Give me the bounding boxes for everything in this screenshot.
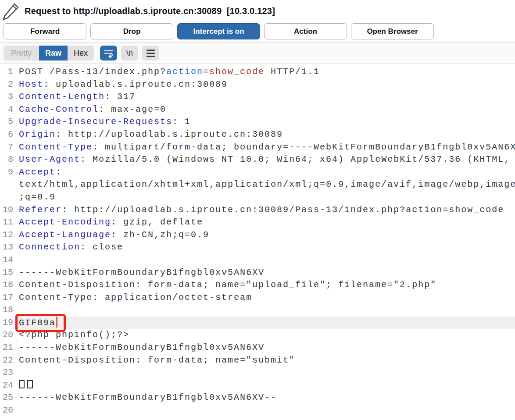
unprintable-byte-glyph (27, 380, 33, 388)
line-content[interactable] (16, 404, 515, 417)
open-browser-button[interactable]: Open Browser (351, 23, 434, 39)
line-content[interactable]: ------WebKitFormBoundaryB1fngbl0xv5AN6XV (16, 342, 515, 354)
editor-row[interactable]: 16Content-Disposition: form-data; name="… (0, 279, 515, 292)
line-content[interactable]: Accept-Encoding: gzip, deflate (16, 216, 515, 229)
newline-display-button[interactable]: \n (121, 46, 138, 61)
line-content[interactable]: Content-Disposition: form-data; name="up… (16, 279, 515, 292)
line-number: 3 (0, 91, 16, 103)
line-number: 11 (0, 216, 16, 229)
line-number: 2 (0, 78, 16, 91)
tab-hex[interactable]: Hex (68, 46, 94, 61)
editor-row[interactable]: 9Accept: (0, 166, 515, 179)
request-editor[interactable]: 1POST /Pass-13/index.php?action=show_cod… (0, 64, 515, 417)
request-title: Request to http://uploadlab.s.iproute.cn… (25, 6, 275, 16)
editor-row[interactable]: 13Connection: close (0, 241, 515, 254)
drop-button[interactable]: Drop (90, 23, 173, 39)
line-content[interactable] (16, 304, 515, 317)
line-content[interactable]: Content-Type: application/octet-stream (16, 292, 515, 304)
unprintable-byte-glyph (19, 380, 25, 388)
editor-row[interactable]: 19GIF89a (0, 317, 515, 329)
line-number (0, 191, 16, 204)
line-content[interactable]: Host: uploadlab.s.iproute.cn:30089 (16, 78, 515, 91)
line-number: 13 (0, 241, 16, 254)
editor-row[interactable]: 25------WebKitFormBoundaryB1fngbl0xv5AN6… (0, 392, 515, 404)
tab-pretty[interactable]: Pretty (4, 46, 39, 61)
editor-row[interactable]: 20<?php phpinfo();?> (0, 329, 515, 342)
editor-row[interactable]: ;q=0.9 (0, 191, 515, 204)
line-number: 24 (0, 379, 16, 392)
line-number: 22 (0, 354, 16, 367)
editor-row[interactable]: 8User-Agent: Mozilla/5.0 (Windows NT 10.… (0, 153, 515, 166)
editor-row[interactable]: 17Content-Type: application/octet-stream (0, 292, 515, 304)
line-content[interactable]: Accept: (16, 166, 515, 179)
editor-row[interactable]: 7Content-Type: multipart/form-data; boun… (0, 141, 515, 154)
line-content[interactable]: Content-Length: 317 (16, 91, 515, 103)
line-content[interactable]: <?php phpinfo();?> (16, 329, 515, 342)
line-number: 19 (0, 317, 16, 329)
line-content[interactable]: Accept-Language: zh-CN,zh;q=0.9 (16, 229, 515, 242)
line-number: 1 (0, 66, 16, 78)
editor-row[interactable]: 24 (0, 379, 515, 392)
newline-icon: \n (126, 49, 133, 58)
editor-row[interactable]: 3Content-Length: 317 (0, 91, 515, 103)
editor-row[interactable]: 5Upgrade-Insecure-Requests: 1 (0, 116, 515, 128)
line-content[interactable]: Content-Type: multipart/form-data; bound… (16, 141, 515, 154)
line-content[interactable] (16, 367, 515, 379)
editor-row[interactable]: 23 (0, 367, 515, 379)
editor-row[interactable]: 15------WebKitFormBoundaryB1fngbl0xv5AN6… (0, 267, 515, 279)
editor-row[interactable]: 10Referer: http://uploadlab.s.iproute.cn… (0, 204, 515, 217)
line-content[interactable]: Referer: http://uploadlab.s.iproute.cn:3… (16, 204, 515, 217)
line-number: 26 (0, 404, 16, 417)
editor-row[interactable]: 6Origin: http://uploadlab.s.iproute.cn:3… (0, 128, 515, 141)
line-content[interactable]: Cache-Control: max-age=0 (16, 103, 515, 116)
tab-raw[interactable]: Raw (39, 46, 68, 61)
editor-row[interactable]: 11Accept-Encoding: gzip, deflate (0, 216, 515, 229)
line-content[interactable]: ------WebKitFormBoundaryB1fngbl0xv5AN6XV (16, 267, 515, 279)
editor-row[interactable]: 4Cache-Control: max-age=0 (0, 103, 515, 116)
line-number: 9 (0, 166, 16, 179)
line-number: 17 (0, 292, 16, 304)
line-content[interactable] (16, 379, 515, 392)
action-button[interactable]: Action (264, 23, 347, 39)
line-content[interactable]: POST /Pass-13/index.php?action=show_code… (16, 66, 515, 78)
line-content[interactable]: ------WebKitFormBoundaryB1fngbl0xv5AN6XV… (16, 392, 515, 404)
line-number: 15 (0, 267, 16, 279)
line-number: 10 (0, 204, 16, 217)
line-content[interactable]: GIF89a (16, 317, 515, 329)
line-content[interactable]: Upgrade-Insecure-Requests: 1 (16, 116, 515, 128)
line-number: 18 (0, 304, 16, 317)
editor-row[interactable]: text/html,application/xhtml+xml,applicat… (0, 178, 515, 191)
line-content[interactable]: Connection: close (16, 241, 515, 254)
line-content[interactable]: text/html,application/xhtml+xml,applicat… (16, 178, 515, 191)
pencil-edit-icon (3, 2, 20, 21)
message-view-toolbar: Pretty Raw Hex \n (0, 43, 515, 64)
line-number (0, 178, 16, 191)
line-content[interactable] (16, 254, 515, 267)
editor-row[interactable]: 21------WebKitFormBoundaryB1fngbl0xv5AN6… (0, 342, 515, 354)
line-content[interactable]: Origin: http://uploadlab.s.iproute.cn:30… (16, 128, 515, 141)
line-number: 12 (0, 229, 16, 242)
editor-row[interactable]: 18 (0, 304, 515, 317)
line-number: 20 (0, 329, 16, 342)
editor-row[interactable]: 26 (0, 404, 515, 417)
editor-row[interactable]: 2Host: uploadlab.s.iproute.cn:30089 (0, 78, 515, 91)
line-number: 14 (0, 254, 16, 267)
editor-row[interactable]: 14 (0, 254, 515, 267)
word-wrap-toggle-button[interactable] (100, 46, 117, 61)
editor-row[interactable]: 1POST /Pass-13/index.php?action=show_cod… (0, 66, 515, 78)
line-number: 4 (0, 103, 16, 116)
editor-row[interactable]: 22Content-Disposition: form-data; name="… (0, 354, 515, 367)
editor-row[interactable]: 12Accept-Language: zh-CN,zh;q=0.9 (0, 229, 515, 242)
intercept-toggle-button[interactable]: Intercept is on (177, 23, 260, 39)
line-number: 5 (0, 116, 16, 128)
menu-icon (147, 50, 155, 57)
forward-button[interactable]: Forward (4, 23, 86, 39)
line-content[interactable]: User-Agent: Mozilla/5.0 (Windows NT 10.0… (16, 153, 515, 166)
line-number: 21 (0, 342, 16, 354)
line-content[interactable]: Content-Disposition: form-data; name="su… (16, 354, 515, 367)
line-number: 23 (0, 367, 16, 379)
view-mode-tabs: Pretty Raw Hex (4, 46, 94, 61)
line-content[interactable]: ;q=0.9 (16, 191, 515, 204)
line-number: 8 (0, 153, 16, 166)
editor-menu-button[interactable] (142, 46, 159, 61)
